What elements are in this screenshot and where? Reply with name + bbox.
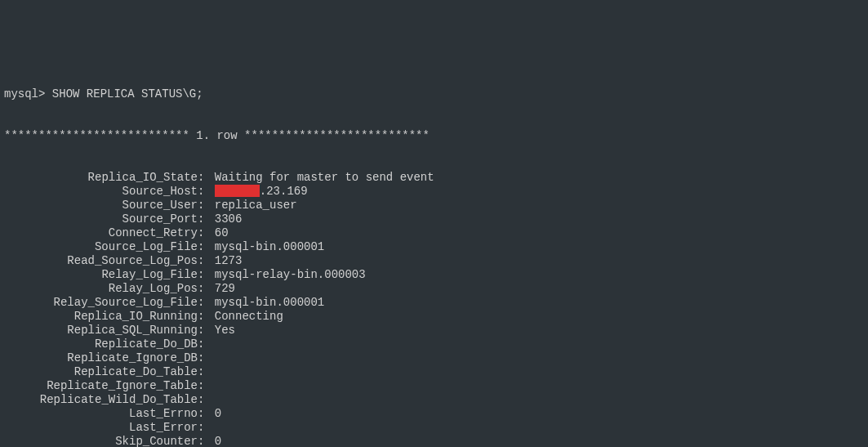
colon: : bbox=[198, 379, 215, 393]
field-value: 0 bbox=[215, 407, 221, 421]
status-row: Read_Source_Log_Pos: 1273 bbox=[4, 254, 864, 268]
status-row: Replica_IO_Running: Connecting bbox=[4, 310, 864, 324]
field-value: 0 bbox=[215, 435, 221, 447]
status-row: Replicate_Ignore_Table: bbox=[4, 379, 864, 393]
field-value-text: .23.169 bbox=[260, 185, 308, 198]
colon: : bbox=[198, 199, 215, 212]
colon: : bbox=[198, 407, 215, 421]
field-value: mysql-bin.000001 bbox=[215, 296, 324, 310]
colon: : bbox=[198, 393, 215, 407]
field-label: Source_Port bbox=[4, 212, 198, 226]
colon: : bbox=[198, 296, 215, 310]
colon: : bbox=[198, 365, 215, 379]
colon: : bbox=[198, 226, 215, 240]
sql-command: SHOW REPLICA STATUS\G; bbox=[52, 87, 203, 101]
status-row: Skip_Counter: 0 bbox=[4, 435, 864, 447]
colon: : bbox=[198, 254, 215, 268]
colon: : bbox=[198, 337, 215, 351]
field-label: Replicate_Do_Table bbox=[4, 365, 198, 379]
field-label: Source_User bbox=[4, 199, 198, 212]
field-value: 729 bbox=[215, 282, 235, 296]
colon: : bbox=[198, 324, 215, 337]
field-label: Skip_Counter bbox=[4, 435, 198, 447]
field-value: .23.169 bbox=[215, 185, 308, 199]
field-label: Replica_IO_State bbox=[4, 171, 198, 185]
field-label: Last_Error bbox=[4, 421, 198, 435]
colon: : bbox=[198, 421, 215, 435]
field-value: 3306 bbox=[215, 212, 243, 226]
status-row: Source_Log_File: mysql-bin.000001 bbox=[4, 240, 864, 254]
field-label: Replica_SQL_Running bbox=[4, 324, 198, 337]
field-value: Yes bbox=[215, 324, 235, 337]
field-value: 1273 bbox=[215, 254, 243, 268]
field-label: Connect_Retry bbox=[4, 226, 198, 240]
field-value: Connecting bbox=[215, 310, 283, 324]
space bbox=[45, 87, 51, 101]
result-fields: Replica_IO_State: Waiting for master to … bbox=[4, 171, 864, 447]
field-label: Relay_Log_Pos bbox=[4, 282, 198, 296]
command-line: mysql> SHOW REPLICA STATUS\G; bbox=[4, 87, 864, 101]
field-label: Relay_Log_File bbox=[4, 268, 198, 282]
space bbox=[189, 129, 196, 143]
status-row: Last_Errno: 0 bbox=[4, 407, 864, 421]
terminal-output[interactable]: mysql> SHOW REPLICA STATUS\G; **********… bbox=[4, 60, 864, 447]
field-value: replica_user bbox=[215, 199, 297, 212]
field-label: Source_Log_File bbox=[4, 240, 198, 254]
field-value: mysql-relay-bin.000003 bbox=[215, 268, 366, 282]
colon: : bbox=[198, 240, 215, 254]
colon: : bbox=[198, 212, 215, 226]
field-label: Replicate_Ignore_DB bbox=[4, 351, 198, 365]
status-row: Replica_SQL_Running: Yes bbox=[4, 324, 864, 337]
colon: : bbox=[198, 282, 215, 296]
status-row: Replicate_Do_DB: bbox=[4, 337, 864, 351]
field-label: Read_Source_Log_Pos bbox=[4, 254, 198, 268]
result-header: *************************** 1. row *****… bbox=[4, 129, 864, 143]
mysql-prompt: mysql> bbox=[4, 87, 45, 101]
header-stars-right: *************************** bbox=[244, 129, 430, 143]
field-label: Replica_IO_Running bbox=[4, 310, 198, 324]
field-value: Waiting for master to send event bbox=[215, 171, 434, 185]
colon: : bbox=[198, 310, 215, 324]
redacted-block bbox=[215, 185, 260, 197]
colon: : bbox=[198, 435, 215, 447]
field-value: 60 bbox=[215, 226, 229, 240]
row-indicator: 1. row bbox=[196, 129, 237, 143]
status-row: Connect_Retry: 60 bbox=[4, 226, 864, 240]
field-label: Source_Host bbox=[4, 185, 198, 199]
status-row: Replicate_Ignore_DB: bbox=[4, 351, 864, 365]
field-label: Replicate_Do_DB bbox=[4, 337, 198, 351]
field-label: Relay_Source_Log_File bbox=[4, 296, 198, 310]
header-stars-left: *************************** bbox=[4, 129, 189, 143]
status-row: Source_Port: 3306 bbox=[4, 212, 864, 226]
colon: : bbox=[198, 268, 215, 282]
status-row: Replica_IO_State: Waiting for master to … bbox=[4, 171, 864, 185]
status-row: Source_Host: .23.169 bbox=[4, 185, 864, 199]
status-row: Replicate_Wild_Do_Table: bbox=[4, 393, 864, 407]
status-row: Relay_Log_Pos: 729 bbox=[4, 282, 864, 296]
colon: : bbox=[198, 185, 215, 199]
field-value: mysql-bin.000001 bbox=[215, 240, 324, 254]
field-label: Replicate_Ignore_Table bbox=[4, 379, 198, 393]
status-row: Replicate_Do_Table: bbox=[4, 365, 864, 379]
status-row: Source_User: replica_user bbox=[4, 199, 864, 212]
status-row: Last_Error: bbox=[4, 421, 864, 435]
space bbox=[238, 129, 244, 143]
field-label: Replicate_Wild_Do_Table bbox=[4, 393, 198, 407]
field-label: Last_Errno bbox=[4, 407, 198, 421]
colon: : bbox=[198, 351, 215, 365]
status-row: Relay_Source_Log_File: mysql-bin.000001 bbox=[4, 296, 864, 310]
colon: : bbox=[198, 171, 215, 185]
status-row: Relay_Log_File: mysql-relay-bin.000003 bbox=[4, 268, 864, 282]
